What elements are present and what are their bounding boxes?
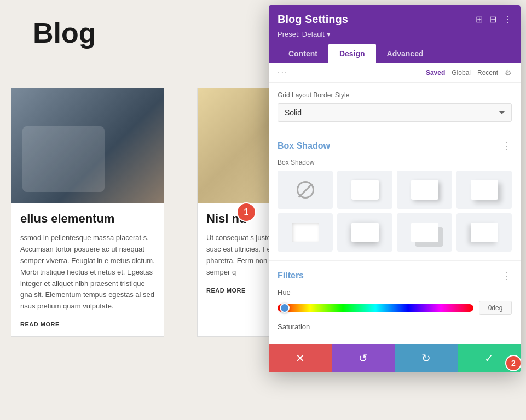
box-shadow-more-icon[interactable]: ⋮ [502,140,512,152]
box-shadow-section: Box Shadow ⋮ Box Shadow [269,131,521,261]
panel-title: Blog Settings [278,13,348,26]
preset-global[interactable]: Global [452,69,471,77]
panel-sub-header: ··· Saved Global Recent ⚙ [269,63,521,83]
card-text-1: ssmod in pellentesque massa placerat s. … [20,232,155,312]
shadow-option-none[interactable] [278,171,333,209]
fullscreen-icon[interactable]: ⊞ [476,14,483,25]
preset-recent[interactable]: Recent [477,69,498,77]
tab-advanced[interactable]: Advanced [376,44,435,63]
split-icon[interactable]: ⊟ [489,14,496,25]
panel-preset[interactable]: Preset: Default ▾ [278,30,512,38]
shadow-box-7 [471,223,498,242]
hue-slider[interactable] [278,304,473,312]
panel-tabs: Content Design Advanced [278,44,512,63]
shadow-option-2[interactable] [397,171,452,209]
blog-title: Blog [33,16,96,49]
panel-header-icons: ⊞ ⊟ ⋮ [476,14,512,25]
badge-2: 2 [505,355,521,371]
shadow-option-7[interactable] [456,213,512,252]
tab-design[interactable]: Design [328,44,376,63]
box-shadow-header: Box Shadow ⋮ [278,140,512,152]
shadow-box-6 [411,223,438,242]
filters-section: Filters ⋮ Hue Saturation [269,261,521,344]
panel-header: Blog Settings ⊞ ⊟ ⋮ Preset: Default ▾ Co… [269,5,521,63]
shadow-option-5[interactable] [337,213,392,252]
hue-label: Hue [278,288,512,296]
undo-button[interactable]: ↺ [332,344,395,372]
card-title-1: ellus elementum [20,212,155,226]
action-bar: ✕ ↺ ↻ ✓ 2 [269,344,521,372]
shadow-box-1 [351,180,379,200]
blog-card-1: ellus elementum ssmod in pellentesque ma… [11,88,164,337]
shadow-box-5 [351,223,379,242]
badge-1: 1 [236,202,256,222]
filters-more-icon[interactable]: ⋮ [502,270,512,282]
card-readmore-1[interactable]: READ MORE [20,321,155,328]
cancel-button[interactable]: ✕ [269,344,332,372]
confirm-wrap: ✓ 2 [458,344,521,372]
shadow-option-6[interactable] [397,213,452,252]
shadow-box-4 [292,223,319,242]
box-shadow-label: Box Shadow [278,159,512,166]
more-options-icon[interactable]: ⋮ [503,14,512,25]
preset-saved[interactable]: Saved [426,69,445,77]
filters-title: Filters [278,271,304,281]
panel-body: ··· Saved Global Recent ⚙ Grid Layout Bo… [269,63,521,344]
shadow-option-4[interactable] [278,213,333,252]
filters-header: Filters ⋮ [278,270,512,282]
shadow-option-1[interactable] [337,171,392,209]
saturation-label: Saturation [278,323,512,331]
no-shadow-icon [297,181,314,199]
preset-gear-icon[interactable]: ⚙ [505,68,512,77]
shadow-options [278,171,512,252]
panel-presets-row: Saved Global Recent ⚙ [426,68,512,77]
shadow-box-3 [471,180,498,200]
grid-border-style-section: Grid Layout Border Style Solid Dashed Do… [269,83,521,131]
tab-content[interactable]: Content [278,44,328,63]
hue-value-input[interactable] [479,301,512,315]
shadow-box-2 [411,180,438,200]
card-image-1 [11,88,164,203]
settings-panel: Blog Settings ⊞ ⊟ ⋮ Preset: Default ▾ Co… [269,5,521,372]
card-content-1: ellus elementum ssmod in pellentesque ma… [11,203,164,336]
box-shadow-title: Box Shadow [278,141,330,151]
hue-thumb [280,303,290,313]
redo-button[interactable]: ↻ [395,344,458,372]
hue-slider-row [278,301,512,315]
grid-border-label: Grid Layout Border Style [278,91,512,99]
shadow-option-3[interactable] [456,171,512,209]
panel-dots: ··· [278,68,288,78]
panel-header-top: Blog Settings ⊞ ⊟ ⋮ [278,13,512,26]
grid-border-select[interactable]: Solid Dashed Dotted None [278,103,512,122]
